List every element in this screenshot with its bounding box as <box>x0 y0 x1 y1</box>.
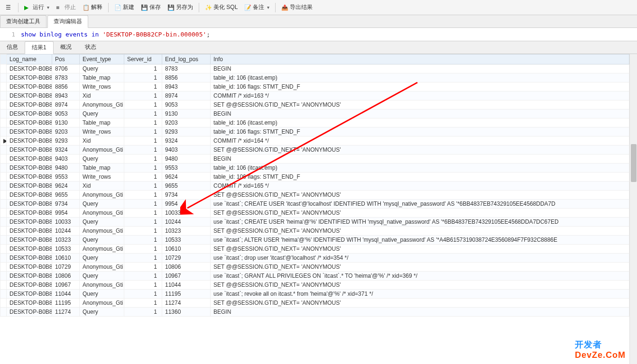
cell-pos[interactable]: 10533 <box>52 245 80 254</box>
table-row[interactable]: DESKTOP-B0B89480Table_map19553table_id: … <box>0 164 629 173</box>
cell-end-log-pos[interactable]: 11044 <box>162 281 211 290</box>
cell-info[interactable]: SET @@SESSION.GTID_NEXT= 'ANONYMOUS' <box>211 209 629 218</box>
cell-info[interactable]: COMMIT /* xid=164 */ <box>211 136 629 146</box>
cell-log-name[interactable]: DESKTOP-B0B8 <box>7 200 52 209</box>
table-row[interactable]: DESKTOP-B0B89403Query19480BEGIN <box>0 155 629 164</box>
cell-end-log-pos[interactable]: 10323 <box>162 227 211 236</box>
cell-end-log-pos[interactable]: 9324 <box>162 136 211 146</box>
cell-end-log-pos[interactable]: 8783 <box>162 64 211 73</box>
cell-pos[interactable]: 9053 <box>52 109 80 118</box>
cell-server-id[interactable]: 1 <box>124 281 162 290</box>
col-pos[interactable]: Pos <box>52 55 80 64</box>
cell-log-name[interactable]: DESKTOP-B0B8 <box>7 73 52 82</box>
cell-event-type[interactable]: Query <box>80 272 124 281</box>
cell-end-log-pos[interactable]: 9293 <box>162 127 211 136</box>
cell-log-name[interactable]: DESKTOP-B0B8 <box>7 164 52 173</box>
cell-log-name[interactable]: DESKTOP-B0B8 <box>7 191 52 200</box>
cell-pos[interactable]: 11274 <box>52 308 80 317</box>
vertical-scrollbar[interactable] <box>629 54 637 364</box>
cell-end-log-pos[interactable]: 10729 <box>162 254 211 263</box>
cell-end-log-pos[interactable]: 10806 <box>162 263 211 272</box>
cell-info[interactable]: COMMIT /* xid=165 */ <box>211 182 629 191</box>
cell-pos[interactable]: 9293 <box>52 136 80 146</box>
cell-end-log-pos[interactable]: 9403 <box>162 146 211 155</box>
cell-server-id[interactable]: 1 <box>124 218 162 227</box>
cell-info[interactable]: SET @@SESSION.GTID_NEXT= 'ANONYMOUS' <box>211 263 629 272</box>
table-row[interactable]: DESKTOP-B0B88974Anonymous_Gti19053SET @@… <box>0 100 629 109</box>
table-row[interactable]: DESKTOP-B0B810244Anonymous_Gti110323SET … <box>0 227 629 236</box>
cell-server-id[interactable]: 1 <box>124 82 162 91</box>
cell-pos[interactable]: 8856 <box>52 82 80 91</box>
cell-event-type[interactable]: Query <box>80 236 124 245</box>
cell-end-log-pos[interactable]: 8943 <box>162 82 211 91</box>
table-row[interactable]: DESKTOP-B0B810323Query110533use `itcast`… <box>0 236 629 245</box>
cell-info[interactable]: BEGIN <box>211 64 629 73</box>
cell-log-name[interactable]: DESKTOP-B0B8 <box>7 118 52 127</box>
table-row[interactable]: DESKTOP-B0B89553Write_rows19624table_id:… <box>0 173 629 182</box>
cell-end-log-pos[interactable]: 9624 <box>162 173 211 182</box>
cell-log-name[interactable]: DESKTOP-B0B8 <box>7 272 52 281</box>
tab-status[interactable]: 状态 <box>78 41 103 54</box>
cell-end-log-pos[interactable]: 10033 <box>162 209 211 218</box>
cell-info[interactable]: SET @@SESSION.GTID_NEXT= 'ANONYMOUS' <box>211 245 629 254</box>
cell-log-name[interactable]: DESKTOP-B0B8 <box>7 100 52 109</box>
tab-profile[interactable]: 概况 <box>54 41 78 54</box>
cell-end-log-pos[interactable]: 10967 <box>162 272 211 281</box>
cell-pos[interactable]: 10323 <box>52 236 80 245</box>
cell-end-log-pos[interactable]: 9130 <box>162 109 211 118</box>
cell-end-log-pos[interactable]: 9734 <box>162 191 211 200</box>
cell-info[interactable]: SET @@SESSION.GTID_NEXT= 'ANONYMOUS' <box>211 191 629 200</box>
cell-event-type[interactable]: Query <box>80 218 124 227</box>
cell-server-id[interactable]: 1 <box>124 272 162 281</box>
cell-pos[interactable]: 9130 <box>52 118 80 127</box>
result-grid[interactable]: Log_name Pos Event_type Server_id End_lo… <box>0 54 629 364</box>
cell-log-name[interactable]: DESKTOP-B0B8 <box>7 281 52 290</box>
cell-server-id[interactable]: 1 <box>124 164 162 173</box>
cell-pos[interactable]: 9480 <box>52 164 80 173</box>
cell-server-id[interactable]: 1 <box>124 209 162 218</box>
cell-info[interactable]: SET @@SESSION.GTID_NEXT= 'ANONYMOUS' <box>211 146 629 155</box>
cell-event-type[interactable]: Query <box>80 109 124 118</box>
cell-event-type[interactable]: Anonymous_Gti <box>80 263 124 272</box>
cell-info[interactable]: use `itcast`; drop user 'itcast'@'localh… <box>211 254 629 263</box>
cell-event-type[interactable]: Write_rows <box>80 127 124 136</box>
comment-button[interactable]: 📝备注▾ <box>241 2 272 13</box>
cell-event-type[interactable]: Query <box>80 64 124 73</box>
cell-info[interactable]: use `itcast`; ALTER USER 'heima'@'%' IDE… <box>211 236 629 245</box>
table-row[interactable]: ▶DESKTOP-B0B89293Xid19324COMMIT /* xid=1… <box>0 136 629 146</box>
cell-info[interactable]: COMMIT /* xid=163 */ <box>211 91 629 100</box>
saveas-button[interactable]: 💾另存为 <box>165 2 196 13</box>
table-row[interactable]: DESKTOP-B0B810806Query110967use `itcast`… <box>0 272 629 281</box>
col-end-log-pos[interactable]: End_log_pos <box>162 55 211 64</box>
table-row[interactable]: DESKTOP-B0B811044Query111195use `itcast`… <box>0 290 629 299</box>
table-row[interactable]: DESKTOP-B0B89203Write_rows19293table_id:… <box>0 127 629 136</box>
table-row[interactable]: DESKTOP-B0B88783Table_map18856table_id: … <box>0 73 629 82</box>
cell-log-name[interactable]: DESKTOP-B0B8 <box>7 290 52 299</box>
cell-pos[interactable]: 10806 <box>52 272 80 281</box>
cell-pos[interactable]: 9655 <box>52 191 80 200</box>
table-row[interactable]: DESKTOP-B0B811195Anonymous_Gti111274SET … <box>0 299 629 308</box>
cell-end-log-pos[interactable]: 9553 <box>162 164 211 173</box>
cell-event-type[interactable]: Write_rows <box>80 173 124 182</box>
cell-pos[interactable]: 10729 <box>52 263 80 272</box>
cell-end-log-pos[interactable]: 9480 <box>162 155 211 164</box>
cell-log-name[interactable]: DESKTOP-B0B8 <box>7 64 52 73</box>
cell-pos[interactable]: 8974 <box>52 100 80 109</box>
tab-info[interactable]: 信息 <box>0 41 25 54</box>
table-row[interactable]: DESKTOP-B0B810610Query110729use `itcast`… <box>0 254 629 263</box>
save-button[interactable]: 💾保存 <box>138 2 164 13</box>
cell-info[interactable]: SET @@SESSION.GTID_NEXT= 'ANONYMOUS' <box>211 227 629 236</box>
cell-pos[interactable]: 8706 <box>52 64 80 73</box>
cell-log-name[interactable]: DESKTOP-B0B8 <box>7 82 52 91</box>
cell-end-log-pos[interactable]: 9053 <box>162 100 211 109</box>
cell-log-name[interactable]: DESKTOP-B0B8 <box>7 173 52 182</box>
cell-event-type[interactable]: Anonymous_Gti <box>80 299 124 308</box>
cell-event-type[interactable]: Query <box>80 200 124 209</box>
cell-event-type[interactable]: Xid <box>80 91 124 100</box>
cell-info[interactable]: SET @@SESSION.GTID_NEXT= 'ANONYMOUS' <box>211 281 629 290</box>
cell-event-type[interactable]: Table_map <box>80 73 124 82</box>
cell-info[interactable]: BEGIN <box>211 155 629 164</box>
beautify-button[interactable]: ✨美化 SQL <box>202 2 240 13</box>
cell-event-type[interactable]: Query <box>80 308 124 317</box>
table-row[interactable]: DESKTOP-B0B810533Anonymous_Gti110610SET … <box>0 245 629 254</box>
